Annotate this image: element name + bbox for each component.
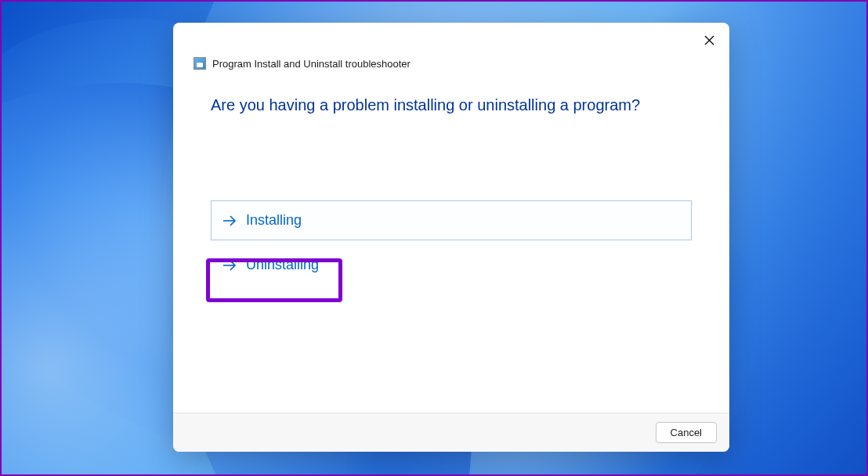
close-icon [704,35,714,45]
dialog-header: Program Install and Uninstall troublesho… [173,51,729,73]
cancel-button[interactable]: Cancel [656,422,717,443]
dialog-title: Program Install and Uninstall troublesho… [212,58,410,70]
dialog-titlebar [173,23,729,51]
arrow-right-icon [222,215,237,226]
option-uninstalling[interactable]: Uninstalling [211,245,692,285]
option-installing-label: Installing [246,212,302,229]
arrow-right-icon [222,260,237,271]
question-heading: Are you having a problem installing or u… [211,96,692,114]
dialog-content: Are you having a problem installing or u… [173,73,729,413]
option-installing[interactable]: Installing [211,200,692,240]
troubleshooter-icon [193,57,206,70]
dialog-footer: Cancel [173,413,729,452]
troubleshooter-dialog: Program Install and Uninstall troublesho… [173,23,729,452]
close-button[interactable] [696,29,722,51]
option-uninstalling-label: Uninstalling [246,257,319,273]
